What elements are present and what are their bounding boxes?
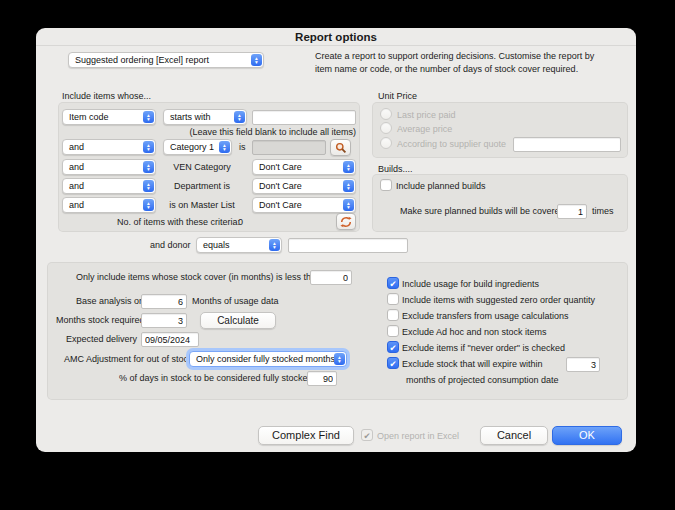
dialog-titlebar: Report options	[36, 28, 636, 46]
department-value: Don't Care	[259, 181, 302, 191]
radio-supplier-quote[interactable]	[380, 137, 392, 149]
popup-stepper-icon: ▴▾	[143, 180, 154, 192]
category-value-input[interactable]	[252, 140, 326, 155]
include-op-value: starts with	[170, 112, 211, 122]
include-hint: (Leave this field blank to include all i…	[186, 127, 356, 137]
calculate-button[interactable]: Calculate	[200, 312, 276, 329]
builds-covered-label: Make sure planned builds will be covered	[400, 206, 565, 216]
stock-cover-label: Only include items whose stock cover (in…	[76, 272, 306, 282]
checkbox-label-exclude-adhoc: Exclude Ad hoc and non stock items	[402, 327, 547, 337]
builds-section-label: Builds....	[378, 164, 413, 174]
amc-adjustment-select[interactable]: Only consider fully stocked months ▴▾	[189, 351, 347, 367]
months-required-input[interactable]	[141, 313, 187, 328]
report-description: Create a report to support ordering deci…	[315, 50, 607, 76]
category-value: Category 1	[170, 142, 214, 152]
checkbox-exclude-transfers[interactable]	[387, 309, 399, 321]
category-lookup-button[interactable]	[330, 139, 351, 156]
donor-value-input[interactable]	[288, 238, 408, 253]
donor-label: and donor	[150, 240, 191, 250]
radio-average-price[interactable]	[380, 122, 392, 134]
popup-stepper-icon: ▴▾	[143, 141, 154, 153]
checkbox-label-include-planned-builds: Include planned builds	[396, 181, 486, 191]
popup-stepper-icon: ▴▾	[219, 141, 230, 153]
radio-label-supplier-quote: According to supplier quote	[397, 139, 506, 149]
donor-op-select[interactable]: equals ▴▾	[196, 237, 282, 253]
expire-months-input[interactable]	[566, 357, 600, 372]
expire-suffix-label: months of projected consumption date	[406, 375, 559, 385]
criteria-count-value: 0	[238, 217, 243, 227]
checkbox-label-open-report-excel: Open report in Excel	[377, 431, 459, 441]
ven-category-value: Don't Care	[259, 162, 302, 172]
donor-op-value: equals	[203, 240, 230, 250]
pct-fully-stocked-label: % of days in stock to be considered full…	[119, 373, 304, 383]
checkbox-label-exclude-never-order: Exclude items if "never order" is checke…	[402, 343, 565, 353]
radio-label-average-price: Average price	[397, 124, 452, 134]
stock-cover-input[interactable]	[310, 270, 352, 285]
months-required-label: Months stock required	[56, 315, 137, 325]
conjunction-value: and	[69, 200, 84, 210]
include-op-select[interactable]: starts with ▴▾	[163, 109, 247, 125]
category-select[interactable]: Category 1 ▴▾	[163, 139, 232, 155]
master-list-value: Don't Care	[259, 200, 302, 210]
conjunction-select-2[interactable]: and ▴▾	[62, 139, 156, 155]
include-field-value: Item code	[69, 112, 109, 122]
report-type-select[interactable]: Suggested ordering [Excel] report ▴▾	[68, 52, 264, 68]
checkbox-include-usage-build[interactable]	[387, 277, 399, 289]
checkbox-exclude-never-order[interactable]	[387, 341, 399, 353]
master-list-label: is on Master List	[156, 200, 248, 210]
checkbox-open-report-excel[interactable]	[361, 429, 373, 441]
checkbox-exclude-expiring[interactable]	[387, 357, 399, 369]
popup-stepper-icon: ▴▾	[334, 353, 345, 365]
report-options-dialog: Report options Suggested ordering [Excel…	[36, 28, 636, 452]
checkbox-include-planned-builds[interactable]	[380, 179, 392, 191]
base-analysis-input[interactable]	[141, 294, 187, 309]
popup-stepper-icon: ▴▾	[234, 111, 245, 123]
expected-delivery-label: Expected delivery	[66, 334, 137, 344]
is-label: is	[239, 142, 246, 152]
builds-covered-input[interactable]	[557, 204, 587, 219]
checkbox-exclude-adhoc[interactable]	[387, 325, 399, 337]
base-analysis-label: Base analysis on	[76, 296, 137, 306]
report-type-value: Suggested ordering [Excel] report	[75, 55, 209, 65]
ok-button[interactable]: OK	[552, 426, 622, 445]
base-analysis-suffix: Months of usage data	[192, 296, 279, 306]
department-select[interactable]: Don't Care ▴▾	[252, 178, 356, 194]
department-label: Department is	[156, 181, 248, 191]
popup-stepper-icon: ▴▾	[251, 54, 262, 66]
checkbox-zero-order-quantity[interactable]	[387, 293, 399, 305]
include-field-select[interactable]: Item code ▴▾	[62, 109, 156, 125]
conjunction-select-4[interactable]: and ▴▾	[62, 178, 156, 194]
popup-stepper-icon: ▴▾	[143, 199, 154, 211]
popup-stepper-icon: ▴▾	[343, 180, 354, 192]
checkbox-label-exclude-expiring: Exclude stock that will expire within	[402, 359, 543, 369]
checkbox-label-include-usage-build: Include usage for build ingredients	[402, 279, 539, 289]
popup-stepper-icon: ▴▾	[343, 161, 354, 173]
master-list-select[interactable]: Don't Care ▴▾	[252, 197, 356, 213]
cancel-button[interactable]: Cancel	[480, 426, 548, 445]
conjunction-select-3[interactable]: and ▴▾	[62, 159, 156, 175]
screenshot-root: { "window": { "title": "Report options" …	[0, 0, 675, 510]
popup-stepper-icon: ▴▾	[143, 111, 154, 123]
checkbox-label-zero-order-quantity: Include items with suggested zero order …	[402, 295, 595, 305]
ven-category-select[interactable]: Don't Care ▴▾	[252, 159, 356, 175]
conjunction-select-5[interactable]: and ▴▾	[62, 197, 156, 213]
dialog-title: Report options	[295, 31, 377, 43]
complex-find-button[interactable]: Complex Find	[258, 426, 354, 445]
refresh-count-button[interactable]	[336, 213, 356, 230]
radio-label-last-price-paid: Last price paid	[397, 110, 456, 120]
expected-delivery-input[interactable]	[141, 332, 199, 347]
radio-last-price-paid[interactable]	[380, 108, 392, 120]
include-value-input[interactable]	[252, 110, 356, 125]
refresh-icon	[340, 216, 352, 228]
supplier-quote-input[interactable]	[513, 137, 621, 152]
checkbox-label-exclude-transfers: Exclude transfers from usage calculation…	[402, 311, 569, 321]
popup-stepper-icon: ▴▾	[343, 199, 354, 211]
conjunction-value: and	[69, 181, 84, 191]
pct-fully-stocked-input[interactable]	[307, 371, 337, 386]
ven-category-label: VEN Category	[156, 162, 248, 172]
conjunction-value: and	[69, 142, 84, 152]
amc-adjustment-value: Only consider fully stocked months	[196, 354, 335, 364]
criteria-count-label: No. of items with these criteria:	[117, 217, 240, 227]
conjunction-value: and	[69, 162, 84, 172]
builds-covered-times-label: times	[592, 206, 614, 216]
